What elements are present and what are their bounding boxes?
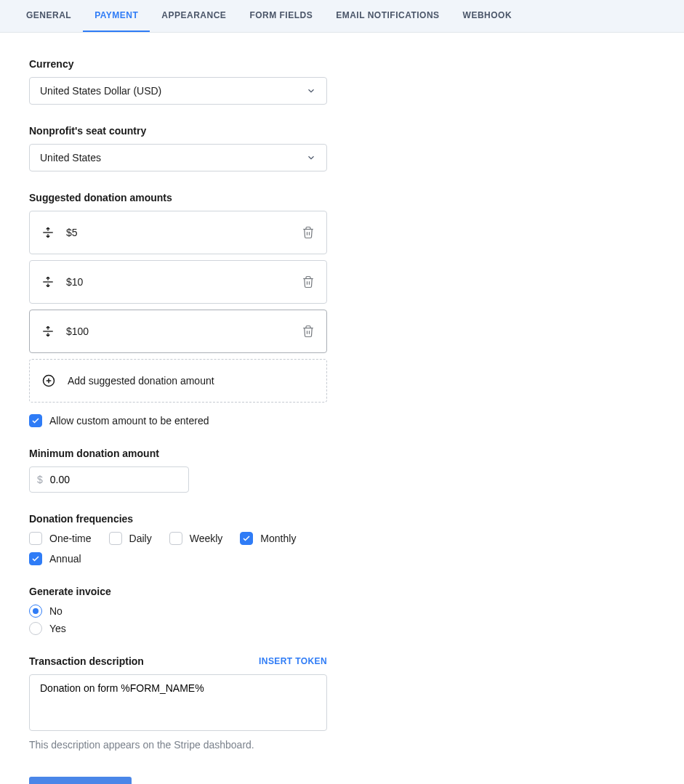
suggested-amounts-field: Suggested donation amounts $5 $10 $100 <box>29 192 363 427</box>
payment-settings-form: Currency United States Dollar (USD) Nonp… <box>0 33 393 784</box>
description-label: Transaction description <box>29 655 144 667</box>
freq-daily: Daily <box>109 532 152 545</box>
seat-country-field: Nonprofit's seat country United States <box>29 125 363 171</box>
amount-value: $10 <box>66 276 302 288</box>
tabs-bar: GENERAL PAYMENT APPEARANCE FORM FIELDS E… <box>0 0 684 33</box>
drag-handle-icon[interactable] <box>41 226 55 239</box>
add-amount-button[interactable]: Add suggested donation amount <box>29 359 327 403</box>
freq-weekly-checkbox[interactable] <box>169 532 182 545</box>
description-field: Transaction description INSERT TOKEN Thi… <box>29 655 363 751</box>
trash-icon[interactable] <box>302 275 315 288</box>
freq-label: Daily <box>129 533 152 544</box>
frequencies-label: Donation frequencies <box>29 513 363 525</box>
invoice-option-label: No <box>49 605 63 617</box>
suggested-amounts-label: Suggested donation amounts <box>29 192 363 203</box>
amount-value: $5 <box>66 227 302 238</box>
tab-form-fields[interactable]: FORM FIELDS <box>238 0 324 32</box>
freq-monthly-checkbox[interactable] <box>240 532 253 545</box>
currency-select[interactable]: United States Dollar (USD) <box>29 77 327 105</box>
invoice-label: Generate invoice <box>29 586 363 597</box>
minimum-input-wrap: $ <box>29 466 189 493</box>
freq-label: One-time <box>49 533 92 544</box>
add-amount-label: Add suggested donation amount <box>68 375 214 387</box>
tab-appearance[interactable]: APPEARANCE <box>150 0 238 32</box>
form-actions: SAVE CHANGES CANCEL <box>29 777 363 784</box>
tab-general[interactable]: GENERAL <box>15 0 83 32</box>
minimum-label: Minimum donation amount <box>29 448 363 459</box>
description-help: This description appears on the Stripe d… <box>29 739 363 751</box>
tab-webhook[interactable]: WEBHOOK <box>451 0 524 32</box>
chevron-down-icon <box>306 153 316 163</box>
plus-circle-icon <box>41 373 56 388</box>
freq-annual-checkbox[interactable] <box>29 552 42 565</box>
freq-one-time-checkbox[interactable] <box>29 532 42 545</box>
invoice-option-label: Yes <box>49 623 66 634</box>
insert-token-button[interactable]: INSERT TOKEN <box>259 656 327 666</box>
invoice-field: Generate invoice No Yes <box>29 586 363 635</box>
allow-custom-checkbox[interactable] <box>29 414 42 427</box>
tab-payment[interactable]: PAYMENT <box>83 0 150 32</box>
freq-weekly: Weekly <box>169 532 223 545</box>
currency-label: Currency <box>29 58 363 70</box>
save-button[interactable]: SAVE CHANGES <box>29 777 132 784</box>
currency-field: Currency United States Dollar (USD) <box>29 58 363 105</box>
tab-email-notifications[interactable]: EMAIL NOTIFICATIONS <box>324 0 451 32</box>
frequencies-grid: One-time Daily Weekly Monthly Annual <box>29 532 363 565</box>
description-textarea[interactable] <box>29 674 327 731</box>
freq-annual: Annual <box>29 552 363 565</box>
drag-handle-icon[interactable] <box>41 325 55 338</box>
amount-row[interactable]: $100 <box>29 310 327 353</box>
invoice-yes-radio[interactable] <box>29 622 42 635</box>
amount-value: $100 <box>66 326 302 337</box>
seat-country-value: United States <box>40 152 101 163</box>
freq-daily-checkbox[interactable] <box>109 532 122 545</box>
currency-prefix: $ <box>37 474 43 485</box>
invoice-yes-row: Yes <box>29 622 363 635</box>
allow-custom-label: Allow custom amount to be entered <box>49 415 209 427</box>
freq-label: Annual <box>49 553 81 565</box>
trash-icon[interactable] <box>302 226 315 239</box>
allow-custom-row: Allow custom amount to be entered <box>29 414 363 427</box>
amount-row[interactable]: $5 <box>29 211 327 254</box>
chevron-down-icon <box>306 86 316 96</box>
seat-country-label: Nonprofit's seat country <box>29 125 363 137</box>
freq-label: Weekly <box>190 533 223 544</box>
seat-country-select[interactable]: United States <box>29 144 327 171</box>
minimum-input[interactable] <box>50 474 181 485</box>
freq-label: Monthly <box>260 533 296 544</box>
frequencies-field: Donation frequencies One-time Daily Week… <box>29 513 363 565</box>
freq-monthly: Monthly <box>240 532 296 545</box>
invoice-no-row: No <box>29 605 363 618</box>
freq-one-time: One-time <box>29 532 92 545</box>
invoice-no-radio[interactable] <box>29 605 42 618</box>
amount-row[interactable]: $10 <box>29 260 327 304</box>
currency-value: United States Dollar (USD) <box>40 85 161 97</box>
drag-handle-icon[interactable] <box>41 275 55 288</box>
minimum-field: Minimum donation amount $ <box>29 448 363 493</box>
trash-icon[interactable] <box>302 325 315 338</box>
